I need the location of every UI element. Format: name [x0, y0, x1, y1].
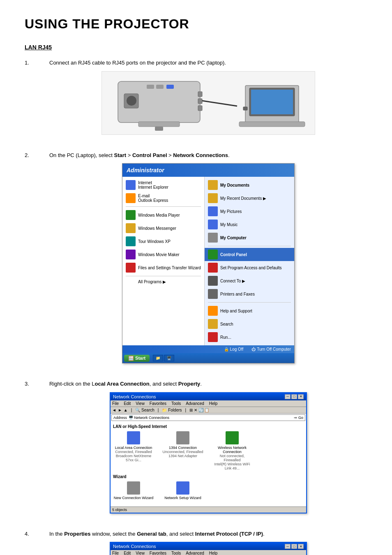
nc-menu-view[interactable]: View: [136, 401, 145, 406]
start-menu-footer: 🔒 Log Off ⏻ Turn Off Computer: [122, 345, 294, 353]
logoff-icon: 🔒: [224, 347, 229, 352]
sm-item-messenger-label: Windows Messenger: [138, 226, 176, 231]
start-button[interactable]: 🪟 Start: [124, 355, 150, 362]
nc-adv4[interactable]: Advanced: [186, 551, 204, 555]
search-icon: [208, 319, 218, 329]
sm-item-help[interactable]: Help and Support: [205, 304, 294, 317]
nc-up-btn[interactable]: ▲: [124, 408, 128, 412]
sm-divider-right2: [208, 302, 291, 303]
sm-item-moviemaker[interactable]: Windows Movie Maker: [122, 248, 204, 261]
nc-menubar-step3: File Edit View Favorites Tools Advanced …: [111, 400, 306, 407]
nc-maximize-btn[interactable]: □: [291, 394, 297, 399]
sm-run-label: Run...: [220, 335, 231, 340]
turnoff-label: Turn Off Computer: [257, 347, 291, 352]
start-menu-header: Administrator: [122, 164, 294, 177]
sm-item-controlpanel[interactable]: Control Panel: [205, 248, 294, 261]
start-menu-window: Administrator InternetInternet Explorer …: [122, 163, 295, 363]
sm-item-pictures[interactable]: My Pictures: [205, 205, 294, 218]
projector-laptop-illustration: RJ45: [101, 71, 315, 135]
nc-menubar-step4: File Edit View Favorites Tools Advanced …: [111, 550, 306, 555]
nc-file4[interactable]: File: [112, 551, 119, 555]
nc-item-firewire[interactable]: 1394 Connection Unconnected, Firewalled1…: [162, 431, 203, 470]
nc-max-btn4[interactable]: □: [291, 544, 297, 549]
sm-item-internet[interactable]: InternetInternet Explorer: [122, 178, 204, 192]
step-4-content: In the Properties window, select the Gen…: [49, 530, 367, 555]
nc-view4[interactable]: View: [136, 551, 145, 555]
nc-new-connection-wizard[interactable]: New Connection Wizard: [113, 481, 154, 500]
nc-help4[interactable]: Help: [209, 551, 218, 555]
nc-menu-tools[interactable]: Tools: [171, 401, 181, 406]
sm-item-setprograms[interactable]: Set Program Access and Defaults: [205, 261, 294, 274]
sm-logoff[interactable]: 🔒 Log Off: [224, 347, 244, 352]
nc-menu-favorites[interactable]: Favorites: [150, 401, 166, 406]
sm-item-mycomputer[interactable]: My Computer: [205, 231, 294, 244]
nc-menu-advanced[interactable]: Advanced: [186, 401, 204, 406]
start-menu-body: InternetInternet Explorer E-mailOutlook …: [122, 177, 294, 345]
sm-item-mediaplayer-label: Windows Media Player: [138, 213, 180, 217]
nc-menu-help[interactable]: Help: [209, 401, 218, 406]
nc-network-setup-wizard[interactable]: Network Setup Wizard: [162, 481, 203, 500]
sm-item-messenger[interactable]: Windows Messenger: [122, 222, 204, 235]
music-icon: [208, 220, 218, 229]
sm-divider-1: [126, 206, 201, 207]
nc-firewire-status: Unconnected, Firewalled1394 Net Adapter: [162, 450, 203, 458]
nc-close-btn[interactable]: ✕: [298, 394, 304, 399]
nc-cls-btn4[interactable]: ✕: [298, 544, 304, 549]
sm-item-run[interactable]: Run...: [205, 331, 294, 344]
sm-setprograms-label: Set Program Access and Defaults: [220, 266, 282, 270]
sm-item-email[interactable]: E-mailOutlook Express: [122, 192, 204, 205]
sm-item-mediaplayer[interactable]: Windows Media Player: [122, 208, 204, 222]
nc-edit4[interactable]: Edit: [124, 551, 131, 555]
nc-controls-step4: ─ □ ✕: [285, 544, 304, 549]
step-3-content: Right-click on the Local Area Connection…: [49, 380, 367, 520]
run-icon: [208, 332, 218, 342]
sm-item-search[interactable]: Search: [205, 317, 294, 331]
step-3: 3. Right-click on the Local Area Connect…: [25, 380, 367, 520]
sm-item-mydocs[interactable]: My Documents: [205, 178, 294, 192]
projector-svg: RJ45: [106, 73, 311, 133]
sm-divider-right: [208, 246, 291, 246]
sm-item-recent[interactable]: My Recent Documents ▶: [205, 192, 294, 205]
taskbar-item1[interactable]: 📁: [153, 355, 163, 361]
nc-item-wireless[interactable]: Wireless Network Connection Not connecte…: [212, 431, 253, 470]
sm-item-printers[interactable]: Printers and Faxes: [205, 287, 294, 301]
svg-rect-17: [239, 122, 305, 127]
nc-min-btn4[interactable]: ─: [285, 544, 291, 549]
nc-diagram-step4: Network Connections ─ □ ✕ File Edit View…: [49, 542, 367, 555]
taskbar-item2[interactable]: 🖥️: [164, 355, 174, 361]
nc-tools4[interactable]: Tools: [171, 551, 181, 555]
mycomputer-icon: [208, 233, 218, 243]
sm-item-tour[interactable]: Tour Windows XP: [122, 235, 204, 248]
sm-item-music[interactable]: My Music: [205, 218, 294, 231]
nc-item-lac[interactable]: Local Area Connection Connected, Firewal…: [113, 431, 154, 470]
taskbar: 🪟 Start 📁 🖥️: [122, 353, 294, 363]
nc-minimize-btn[interactable]: ─: [285, 394, 291, 399]
nc-menu-file[interactable]: File: [112, 401, 119, 406]
sm-item-moviemaker-label: Windows Movie Maker: [138, 252, 180, 257]
nc-address-value-step3: 🖥️ Network Connections: [129, 416, 169, 420]
sm-item-transfer[interactable]: Files and Settings Transfer Wizard: [122, 261, 204, 274]
firewire-icon: [176, 431, 189, 444]
page-title: USING THE PROJECTOR: [25, 16, 367, 32]
nc-section-lan-step3: LAN or High-Speed Internet: [113, 424, 304, 429]
svg-rect-4: [156, 85, 164, 89]
sm-search-label: Search: [220, 322, 233, 326]
transfer-icon: [126, 263, 136, 273]
network-setup-icon: [176, 481, 189, 495]
sm-item-connectto[interactable]: Connect To ▶: [205, 274, 294, 287]
nc-folders-btn[interactable]: 📁 Folders: [162, 408, 182, 412]
nc-search-btn[interactable]: 🔍 Search: [135, 408, 154, 412]
setprograms-icon: [208, 263, 218, 273]
nc-menu-edit[interactable]: Edit: [124, 401, 131, 406]
nc-address-go[interactable]: ⇒ Go: [294, 416, 303, 420]
nc-back-btn[interactable]: ◄: [112, 408, 116, 412]
nc-fwd-btn[interactable]: ►: [118, 408, 122, 412]
nc-fav4[interactable]: Favorites: [150, 551, 166, 555]
svg-point-2: [127, 96, 136, 106]
sm-item-allprograms[interactable]: All Programs ▶: [122, 278, 204, 286]
svg-rect-10: [155, 127, 163, 131]
nc-wizard-section: Wizard: [113, 474, 304, 479]
sm-turnoff[interactable]: ⏻ Turn Off Computer: [251, 347, 291, 352]
svg-rect-8: [198, 106, 202, 111]
nc-address-bar-step3[interactable]: Address 🖥️ Network Connections ⇒ Go: [111, 414, 305, 421]
